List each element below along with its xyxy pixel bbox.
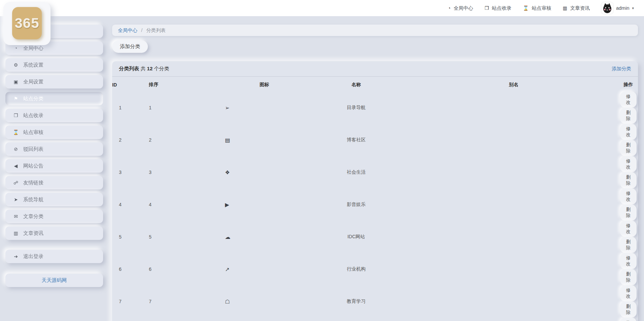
add-category-link[interactable]: 添加分类 bbox=[612, 66, 631, 72]
sidebar-item[interactable]: ✉ 文章分类 bbox=[5, 210, 103, 223]
edit-button[interactable]: 修改 bbox=[620, 124, 637, 140]
hourglass-icon: ⌛ bbox=[523, 5, 528, 11]
edit-button[interactable]: 修改 bbox=[620, 92, 637, 108]
sidebar-items: ◔ 全局中心 ⚙ 系统设置 ▣ 全局设置 ⚑ 站点分类 ❒ 站点收录 ⌛ 站点审… bbox=[5, 41, 103, 240]
sidebar-item[interactable]: ☍ 友情链接 bbox=[5, 176, 103, 189]
user-menu[interactable]: admin ▾ bbox=[601, 2, 634, 14]
sign-out-icon: ➔ bbox=[13, 254, 19, 259]
avatar bbox=[601, 2, 613, 14]
file-lines-icon: ▤ bbox=[225, 137, 230, 143]
breadcrumb-separator: / bbox=[141, 28, 142, 33]
chart-line-icon: ↗ bbox=[225, 266, 229, 272]
cell-actions: 修改 删除 bbox=[619, 285, 638, 318]
location-arrow-icon: ➤ bbox=[13, 197, 19, 202]
sidebar-item[interactable]: ⌛ 站点审核 bbox=[5, 126, 103, 139]
column-header: 操作 bbox=[619, 77, 638, 92]
delete-button[interactable]: 删除 bbox=[620, 269, 637, 285]
delete-button[interactable]: 删除 bbox=[620, 237, 637, 253]
delete-button[interactable]: 删除 bbox=[620, 172, 637, 188]
cell-id: 6 bbox=[112, 253, 149, 285]
sidebar: 365 ◔ 全局中心 ⚙ 系统设置 ▣ 全局设置 ⚑ 站点分类 ❒ 站点 bbox=[5, 0, 103, 290]
column-header: ID bbox=[112, 77, 149, 92]
edit-button[interactable]: 修改 bbox=[620, 188, 637, 205]
breadcrumb-current: 分类列表 bbox=[146, 27, 166, 34]
footer-link[interactable]: 天天源码网 bbox=[42, 277, 67, 284]
cell-name: 行业机构 bbox=[304, 253, 409, 285]
ban-icon: ⊘ bbox=[13, 146, 19, 152]
delete-button[interactable]: 删除 bbox=[620, 140, 637, 156]
cell-alias bbox=[409, 92, 618, 124]
top-nav-menu: ◔ 全局中心 ❒ 站点收录 ⌛ 站点审核 ▥ 文章资讯 bbox=[448, 5, 590, 11]
cell-icon: ↗ bbox=[225, 253, 304, 285]
sidebar-item[interactable]: ⚙ 系统设置 bbox=[5, 58, 103, 72]
top-nav-item-label: 文章资讯 bbox=[570, 5, 590, 11]
panel-header: 分类列表 共 12 个分类 添加分类 bbox=[112, 61, 638, 77]
sidebar-item-label: 驳回列表 bbox=[23, 146, 43, 152]
cubes-icon: ❖ bbox=[225, 170, 230, 175]
column-header: 图标 bbox=[225, 77, 304, 92]
sidebar-item[interactable]: ⚑ 站点分类 bbox=[5, 92, 103, 105]
cell-name: 目录导航 bbox=[304, 92, 409, 124]
sidebar-item-label: 全局中心 bbox=[23, 45, 43, 51]
cell-sort: 8 bbox=[149, 318, 225, 321]
book-icon: ❒ bbox=[13, 113, 19, 118]
image-icon: ▣ bbox=[13, 79, 19, 84]
logout-label: 退出登录 bbox=[23, 253, 43, 260]
sidebar-item[interactable]: ◀ 网站公告 bbox=[5, 159, 103, 173]
column-header: 别名 bbox=[409, 77, 618, 92]
cell-sort: 2 bbox=[149, 124, 225, 156]
cell-id: 5 bbox=[112, 221, 149, 253]
graduation-cap-icon: ☖ bbox=[225, 299, 230, 305]
edit-button[interactable]: 修改 bbox=[620, 318, 637, 321]
add-category-button[interactable]: 添加分类 bbox=[112, 40, 148, 53]
top-nav-item[interactable]: ⌛ 站点审核 bbox=[523, 5, 551, 11]
panel-title-text: 分类列表 bbox=[119, 66, 139, 71]
cell-actions: 修改 删除 bbox=[619, 92, 638, 124]
newspaper-icon: ▥ bbox=[13, 230, 19, 236]
cell-actions: 修改 删除 bbox=[619, 124, 638, 156]
sidebar-item[interactable]: ⊘ 驳回列表 bbox=[5, 142, 103, 156]
top-nav-item[interactable]: ◔ 全局中心 bbox=[448, 5, 473, 11]
delete-button[interactable]: 删除 bbox=[620, 301, 637, 318]
cell-sort: 1 bbox=[149, 92, 225, 124]
sidebar-item[interactable]: ➤ 系统导航 bbox=[5, 193, 103, 206]
newspaper-icon: ▥ bbox=[563, 5, 567, 11]
table-row: 8 8 ¥ 投资理财 修改 删除 bbox=[112, 318, 638, 321]
cell-id: 3 bbox=[112, 156, 149, 188]
cell-name: 博客社区 bbox=[304, 124, 409, 156]
table-header-row: ID排序图标名称别名操作 bbox=[112, 77, 638, 92]
cell-alias bbox=[409, 221, 618, 253]
edit-button[interactable]: 修改 bbox=[620, 253, 637, 269]
cell-icon: ☁ bbox=[225, 221, 304, 253]
hourglass-icon: ⌛ bbox=[13, 130, 19, 135]
edit-button[interactable]: 修改 bbox=[620, 156, 637, 172]
cell-alias bbox=[409, 318, 618, 321]
cell-sort: 6 bbox=[149, 253, 225, 285]
category-list-panel: 分类列表 共 12 个分类 添加分类 ID排序图标名称别名操作 1 1 ➢ 目录 bbox=[112, 61, 638, 321]
cell-icon: ¥ bbox=[225, 318, 304, 321]
delete-button[interactable]: 删除 bbox=[620, 205, 637, 221]
category-count: 12 bbox=[147, 66, 153, 71]
breadcrumb-parent-link[interactable]: 全局中心 bbox=[118, 27, 137, 34]
sidebar-item-label: 友情链接 bbox=[23, 180, 43, 186]
sidebar-item[interactable]: ▥ 文章资讯 bbox=[5, 226, 103, 240]
edit-button[interactable]: 修改 bbox=[620, 285, 637, 301]
table-row: 6 6 ↗ 行业机构 修改 删除 bbox=[112, 253, 638, 285]
table-row: 7 7 ☖ 教育学习 修改 删除 bbox=[112, 285, 638, 318]
sidebar-item[interactable]: ❒ 站点收录 bbox=[5, 109, 103, 122]
delete-button[interactable]: 删除 bbox=[620, 108, 637, 124]
cell-name: IDC网站 bbox=[304, 221, 409, 253]
bullhorn-icon: ◀ bbox=[13, 163, 19, 169]
table-row: 3 3 ❖ 社会生活 修改 删除 bbox=[112, 156, 638, 188]
youtube-play-icon: ▶ bbox=[225, 202, 229, 208]
top-nav-item[interactable]: ▥ 文章资讯 bbox=[563, 5, 590, 11]
cell-actions: 修改 删除 bbox=[619, 188, 638, 221]
sidebar-item-label: 系统导航 bbox=[23, 197, 43, 203]
sidebar-item-logout[interactable]: ➔ 退出登录 bbox=[5, 250, 103, 263]
top-nav-item-label: 站点收录 bbox=[492, 5, 511, 11]
sidebar-item-label: 站点收录 bbox=[23, 112, 43, 119]
sidebar-item[interactable]: ▣ 全局设置 bbox=[5, 75, 103, 88]
edit-button[interactable]: 修改 bbox=[620, 221, 637, 237]
app-logo[interactable]: 365 bbox=[12, 7, 42, 39]
top-nav-item[interactable]: ❒ 站点收录 bbox=[485, 5, 512, 11]
